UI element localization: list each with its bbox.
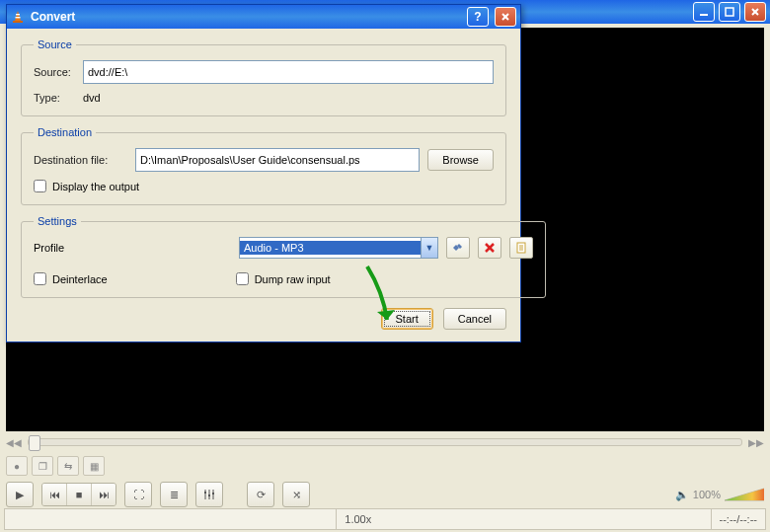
seek-thumb[interactable] <box>29 435 40 451</box>
display-output-checkbox[interactable] <box>34 180 46 192</box>
volume-slider[interactable] <box>725 487 764 502</box>
dest-label: Destination file: <box>34 154 127 166</box>
equalizer-icon[interactable] <box>195 482 223 507</box>
source-input[interactable] <box>83 60 494 84</box>
destination-legend: Destination <box>34 126 96 138</box>
fullscreen-button[interactable]: ⛶ <box>124 482 152 507</box>
vlc-cone-icon <box>11 10 25 24</box>
speaker-icon[interactable]: 🔈 <box>675 489 689 501</box>
source-legend: Source <box>34 38 76 50</box>
record-icon[interactable]: ● <box>6 456 28 476</box>
svg-rect-13 <box>16 14 20 15</box>
dialog-footer: Start Cancel <box>21 308 506 330</box>
edit-profile-button[interactable] <box>446 237 470 259</box>
seek-bar: ◀◀ ▶▶ <box>6 434 764 450</box>
svg-rect-14 <box>16 17 21 18</box>
svg-rect-1 <box>726 8 733 16</box>
svg-rect-7 <box>204 492 206 494</box>
source-label: Source: <box>34 66 75 78</box>
settings-legend: Settings <box>34 215 81 227</box>
minimize-button[interactable] <box>693 2 715 22</box>
status-bar: 1.00x --:--/--:-- <box>4 508 766 530</box>
dialog-body: Source Source: Type: dvd Destination Des… <box>7 29 520 342</box>
main-close-button[interactable] <box>744 2 766 22</box>
player-controls: ▶ ⏮ ■ ⏭ ⛶ ≣ ⟳ ⤨ 🔈 100% <box>6 482 764 507</box>
prev-button[interactable]: ⏮ <box>42 484 67 505</box>
profile-selected: Audio - MP3 <box>240 241 421 255</box>
playback-speed[interactable]: 1.00x <box>336 509 379 529</box>
dest-input[interactable] <box>135 148 420 172</box>
deinterlace-label: Deinterlace <box>52 273 108 285</box>
dump-raw-label: Dump raw input <box>255 273 331 285</box>
type-value: dvd <box>83 92 101 104</box>
profile-combobox[interactable]: Audio - MP3 ▼ <box>239 237 438 259</box>
svg-rect-15 <box>13 21 23 23</box>
volume-percent: 100% <box>693 489 721 500</box>
source-group: Source Source: Type: dvd <box>21 38 506 116</box>
svg-rect-8 <box>208 494 210 496</box>
loop-button[interactable]: ⟳ <box>247 482 274 507</box>
help-button[interactable]: ? <box>467 7 489 27</box>
start-button[interactable]: Start <box>381 308 433 330</box>
delete-profile-button[interactable] <box>478 237 501 259</box>
profile-label: Profile <box>34 242 231 254</box>
atob-icon[interactable]: ⇆ <box>57 456 79 476</box>
convert-dialog: Convert ? Source Source: Type: dvd <box>6 4 521 342</box>
dialog-close-button[interactable] <box>495 7 516 27</box>
cancel-button[interactable]: Cancel <box>443 308 506 330</box>
dialog-title: Convert <box>31 10 461 24</box>
time-display: --:--/--:-- <box>711 509 765 529</box>
new-profile-button[interactable] <box>509 237 533 259</box>
dialog-titlebar: Convert ? <box>7 5 520 29</box>
seek-track[interactable] <box>28 438 742 446</box>
snapshot-icon[interactable]: ❐ <box>32 456 53 476</box>
maximize-button[interactable] <box>719 2 740 22</box>
destination-group: Destination Destination file: Browse Dis… <box>21 126 506 205</box>
next-button[interactable]: ⏭ <box>92 484 116 505</box>
stop-button[interactable]: ■ <box>67 484 92 505</box>
volume-area: 🔈 100% <box>675 487 764 502</box>
mini-toolbar: ● ❐ ⇆ ▦ <box>6 454 764 478</box>
app-window: ◀◀ ▶▶ ● ❐ ⇆ ▦ ▶ ⏮ ■ ⏭ ⛶ ≣ ⟳ ⤨ 🔈 100% <box>0 0 770 532</box>
dump-raw-checkbox[interactable] <box>236 272 249 285</box>
playlist-button[interactable]: ≣ <box>160 482 188 507</box>
play-button[interactable]: ▶ <box>6 482 34 507</box>
type-label: Type: <box>34 92 75 104</box>
svg-marker-12 <box>15 11 21 21</box>
svg-rect-0 <box>700 14 708 16</box>
shuffle-button[interactable]: ⤨ <box>282 482 310 507</box>
seek-back-icon[interactable]: ◀◀ <box>6 436 22 448</box>
settings-group: Settings Profile Audio - MP3 ▼ <box>21 215 546 298</box>
display-output-label: Display the output <box>52 181 139 192</box>
chevron-down-icon: ▼ <box>421 238 437 258</box>
deinterlace-checkbox[interactable] <box>34 272 46 285</box>
svg-rect-9 <box>212 493 214 494</box>
seek-fwd-icon[interactable]: ▶▶ <box>748 436 764 448</box>
frame-icon[interactable]: ▦ <box>83 456 105 476</box>
browse-button[interactable]: Browse <box>427 149 494 171</box>
transport-group: ⏮ ■ ⏭ <box>41 483 116 506</box>
